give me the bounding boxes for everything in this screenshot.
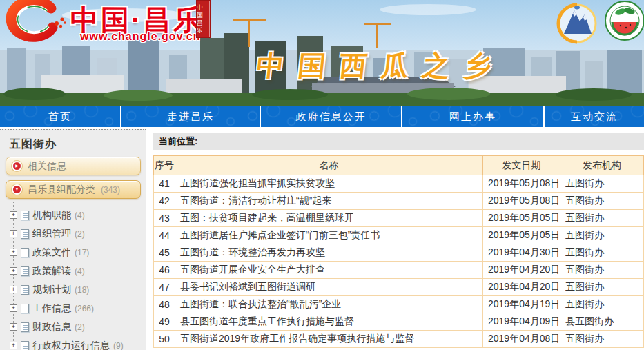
breadcrumb: 当前位置: (153, 133, 644, 150)
publish-date-cell: 2019年04月30日 (483, 244, 560, 262)
table-row: 50 五图街道2019年政府工作报告确定事项执行措施与监督 2019年04月08… (154, 331, 644, 348)
tree-item-label: 组织管理 (32, 228, 71, 240)
tree-item-label: 规划计划 (32, 284, 71, 296)
expand-plus-icon[interactable]: + (10, 230, 17, 237)
row-number-cell: 48 (154, 296, 175, 313)
expand-plus-icon[interactable]: + (10, 323, 17, 331)
publisher-cell: 五图街办 (560, 175, 644, 193)
tree-item[interactable]: + 工作信息 (266) (10, 299, 146, 318)
table-row: 42 五图街道：清洁行动让村庄“靓”起来 2019年05月08日 五图街办 (154, 193, 644, 210)
main-panel: 当前位置: 序号 名称 发文日期 发布机构 41 五图街道强化担当抓牢抓实扶贫攻… (146, 127, 644, 350)
publish-date-cell: 2019年04月09日 (483, 313, 560, 331)
article-title-link[interactable]: 县委书记刘裕斌到五图街道调研 (175, 279, 483, 296)
document-icon (21, 304, 29, 313)
expand-plus-icon[interactable]: + (10, 286, 17, 293)
watermelon-festival-emblem-icon (604, 0, 644, 41)
table-row: 45 五图街道：环境整治再发力再攻坚 2019年04月30日 五图街办 (154, 244, 644, 262)
tree-item-label: 机构职能 (32, 209, 71, 222)
table-column-header: 发文日期 (483, 156, 560, 175)
publisher-cell: 县五图街办 (560, 313, 644, 331)
article-title-link[interactable]: 五图：扶贫项目建起来，高温棚里绣球开 (175, 210, 483, 227)
tree-item[interactable]: + 组织管理 (2) (10, 224, 146, 243)
red-down-circle-icon: ▼ (12, 184, 22, 195)
tree-item-count: (2) (75, 322, 85, 332)
nav-item-label: 政府信息公开 (296, 110, 367, 124)
document-icon (21, 322, 29, 332)
article-title-link[interactable]: 五图街道强化担当抓牢抓实扶贫攻坚 (175, 175, 483, 193)
nav-item[interactable]: 网上办事 (402, 106, 545, 127)
expand-plus-icon[interactable]: + (10, 249, 17, 256)
nav-item[interactable]: 政府信息公开 (261, 106, 402, 127)
article-title-link[interactable]: 五图街道居住户摊点企业签订“门前三包”责任书 (175, 227, 483, 244)
tree-item[interactable]: + 行政权力运行信息 (9) (10, 336, 146, 350)
tree-item-label: 政策解读 (32, 265, 71, 278)
publish-date-cell: 2019年05月08日 (483, 193, 560, 210)
table-column-header: 序号 (154, 156, 175, 175)
document-icon (21, 248, 29, 257)
banner-slogan: 中国西瓜之乡 (255, 47, 507, 85)
seal-stamp: 中国昌乐 (196, 0, 211, 38)
related-info-button[interactable]: ▶ 相关信息 (6, 157, 141, 175)
row-number-cell: 42 (154, 193, 175, 210)
publish-date-cell: 2019年04月08日 (483, 331, 560, 348)
expand-plus-icon[interactable]: + (10, 211, 17, 219)
document-icon (21, 229, 29, 239)
expand-plus-icon[interactable]: + (10, 342, 17, 349)
nav-item-label: 首页 (48, 110, 72, 124)
publisher-cell: 五图街办 (560, 279, 644, 296)
publish-date-cell: 2019年05月05日 (483, 210, 560, 227)
article-title-link[interactable]: 县五图街道年度重点工作执行措施与监督 (175, 313, 483, 331)
row-number-cell: 49 (154, 313, 175, 331)
category-group-label: 昌乐县组配分类 (28, 184, 95, 196)
article-title-link[interactable]: 五图街道：联合执法整治“散乱污”企业 (175, 296, 483, 313)
table-header-row: 序号 名称 发文日期 发布机构 (154, 156, 644, 175)
table-row: 48 五图街道：联合执法整治“散乱污”企业 2019年04月19日 五图街办 (154, 296, 644, 313)
article-title-link[interactable]: 五图街道：清洁行动让村庄“靓”起来 (175, 193, 483, 210)
document-icon (21, 266, 29, 276)
article-title-link[interactable]: 五图街道2019年政府工作报告确定事项执行措施与监督 (175, 331, 483, 348)
tree-item-count: (2) (75, 229, 85, 239)
publish-date-cell: 2019年05月08日 (483, 175, 560, 193)
publisher-cell: 五图街办 (560, 193, 644, 210)
nav-item-label: 互动交流 (571, 110, 618, 124)
tree-item[interactable]: + 机构职能 (4) (10, 206, 146, 224)
table-row: 44 五图街道居住户摊点企业签订“门前三包”责任书 2019年05月05日 五图… (154, 227, 644, 244)
expand-plus-icon[interactable]: + (10, 267, 17, 275)
row-number-cell: 43 (154, 210, 175, 227)
tree-item[interactable]: + 规划计划 (18) (10, 280, 146, 299)
publisher-cell: 五图街办 (560, 244, 644, 262)
nav-item-label: 网上办事 (449, 110, 496, 124)
publisher-cell: 五图街办 (560, 210, 644, 227)
nav-item-label: 走进昌乐 (167, 110, 214, 124)
tree-item-count: (9) (113, 341, 124, 350)
site-logo[interactable] (3, 0, 69, 46)
article-title-link[interactable]: 五图街道开展企业安全生产大排查 (175, 262, 483, 279)
header-banner: 中国·昌乐 www.changle.gov.cn 中国昌乐 中国西瓜之乡 (0, 0, 644, 106)
tree-item-count: (17) (75, 248, 89, 257)
tree-item-count: (18) (75, 285, 89, 295)
tree-item[interactable]: + 政策文件 (17) (10, 243, 146, 262)
publish-date-cell: 2019年04月20日 (483, 262, 560, 279)
row-number-cell: 41 (154, 175, 175, 193)
row-number-cell: 45 (154, 244, 175, 262)
publish-date-cell: 2019年04月19日 (483, 296, 560, 313)
tree-item-count: (266) (75, 304, 94, 313)
table-row: 46 五图街道开展企业安全生产大排查 2019年04月20日 五图街办 (154, 262, 644, 279)
tree-item-label: 工作信息 (32, 302, 71, 315)
category-tree: + 机构职能 (4) + 组织管理 (2) + 政策文件 (17) + 政策解读… (10, 206, 146, 350)
tree-item[interactable]: + 政策解读 (4) (10, 262, 146, 280)
category-group-count: (343) (101, 185, 120, 195)
nav-item[interactable]: 互动交流 (545, 106, 644, 127)
e-swoosh-logo-icon (3, 0, 69, 46)
expand-plus-icon[interactable]: + (10, 304, 17, 312)
article-title-link[interactable]: 五图街道：环境整治再发力再攻坚 (175, 244, 483, 262)
row-number-cell: 50 (154, 331, 175, 348)
category-group-button[interactable]: ▼ 昌乐县组配分类 (343) (6, 180, 141, 199)
table-column-header: 发布机构 (560, 156, 644, 175)
nav-item[interactable]: 走进昌乐 (121, 106, 261, 127)
publish-date-cell: 2019年04月20日 (483, 279, 560, 296)
nav-item[interactable]: 首页 (0, 106, 121, 127)
tree-item[interactable]: + 财政信息 (2) (10, 318, 146, 336)
table-row: 43 五图：扶贫项目建起来，高温棚里绣球开 2019年05月05日 五图街办 (154, 210, 644, 227)
sidebar-title: 五图街办 (10, 137, 146, 152)
